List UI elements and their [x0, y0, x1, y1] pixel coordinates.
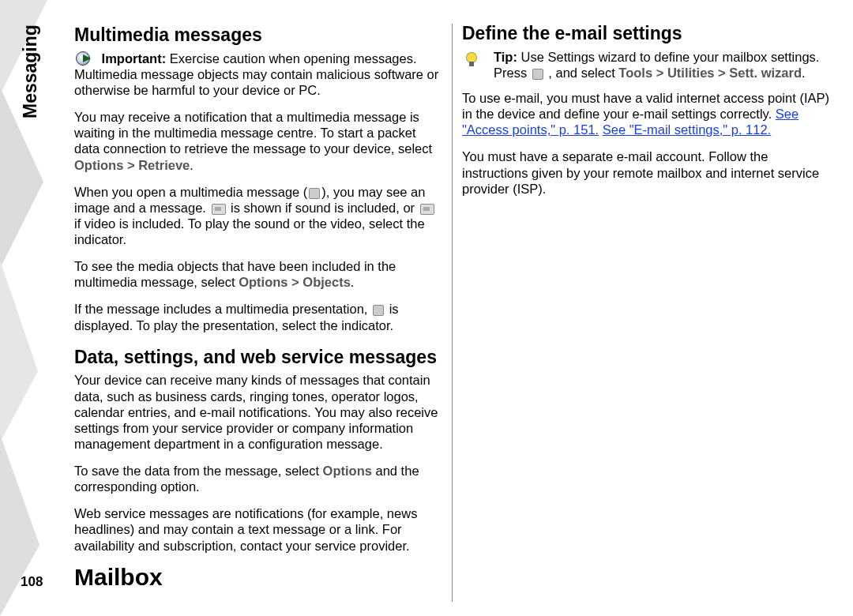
- page-number: 108: [21, 574, 43, 591]
- mm-objects-paragraph: To see the media objects that have been …: [74, 258, 442, 290]
- side-tab: Messaging: [19, 16, 46, 142]
- path-tools-utilities-wizard: Tools > Utilities > Sett. wizard: [618, 66, 802, 80]
- path-options-objects: Options > Objects: [239, 275, 351, 289]
- menu-key-icon: [532, 69, 543, 80]
- web-service-paragraph: Web service messages are notifications (…: [74, 505, 442, 553]
- heading-data-settings: Data, settings, and web service messages: [74, 347, 442, 368]
- important-icon: [76, 51, 96, 66]
- mm-presentation-paragraph: If the message includes a multimedia pre…: [74, 301, 442, 332]
- path-options-retrieve: Options > Retrieve: [74, 158, 190, 172]
- email-iap-paragraph: To use e-mail, you must have a valid int…: [462, 90, 829, 137]
- content-columns: Multimedia messages Important: Exercise …: [74, 24, 829, 602]
- heading-multimedia-messages: Multimedia messages: [74, 25, 442, 46]
- tip-block: Tip: Use Settings wizard to define your …: [462, 49, 829, 81]
- important-paragraph: Important: Exercise caution when opening…: [74, 51, 442, 98]
- tip-text: Tip: Use Settings wizard to define your …: [494, 49, 829, 81]
- mm-open-paragraph: When you open a multimedia message (), y…: [74, 184, 442, 248]
- data-save-paragraph: To save the data from the message, selec…: [74, 463, 442, 494]
- sound-indicator-icon: [212, 204, 226, 215]
- presentation-indicator-icon: [373, 305, 384, 316]
- mms-message-icon: [309, 188, 320, 199]
- tip-label: Tip:: [494, 50, 517, 64]
- tip-bulb-icon: [464, 51, 479, 68]
- important-label: Important:: [102, 51, 167, 66]
- link-email-settings[interactable]: See "E-mail settings," p. 112.: [603, 122, 772, 137]
- heading-define-email: Define the e-mail settings: [462, 24, 829, 44]
- svg-marker-2: [0, 261, 38, 442]
- video-indicator-icon: [420, 204, 434, 215]
- side-tab-label: Messaging: [19, 92, 41, 118]
- heading-mailbox: Mailbox: [74, 565, 442, 590]
- path-options: Options: [323, 464, 372, 478]
- mm-retrieve-paragraph: You may receive a notification that a mu…: [74, 109, 442, 173]
- email-account-paragraph: You must have a separate e-mail account.…: [462, 148, 829, 196]
- data-receive-paragraph: Your device can receive many kinds of me…: [74, 372, 442, 452]
